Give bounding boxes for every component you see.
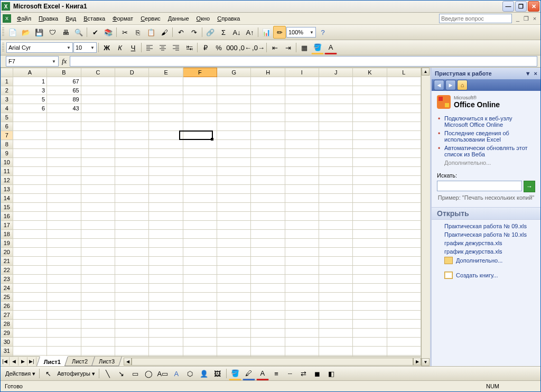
cell-A3[interactable]: 5 <box>13 95 46 104</box>
taskpane-link[interactable]: Последние сведения об использовании Exce… <box>437 129 535 144</box>
menu-формат[interactable]: Формат <box>109 14 137 23</box>
cell-D11[interactable] <box>115 167 149 176</box>
cell-K4[interactable] <box>353 104 387 113</box>
task-pane-menu-icon[interactable]: ▼ <box>525 70 531 77</box>
cell-I16[interactable] <box>285 212 319 221</box>
cell-B30[interactable] <box>47 338 81 347</box>
worksheet-grid[interactable]: ABCDEFGHIJKL1167236535894643567891011121… <box>1 68 421 356</box>
diagram-icon[interactable]: ⬡ <box>184 367 197 380</box>
task-pane-back-icon[interactable]: ◄ <box>434 80 444 90</box>
cell-A1[interactable]: 1 <box>13 77 46 86</box>
cell-B6[interactable] <box>47 122 81 131</box>
cell-I22[interactable] <box>285 266 319 275</box>
row-header-23[interactable]: 23 <box>1 275 13 284</box>
cell-K32[interactable] <box>353 356 387 357</box>
cell-G3[interactable] <box>217 95 251 104</box>
cell-B15[interactable] <box>47 203 81 212</box>
cell-D32[interactable] <box>115 356 149 357</box>
cell-E11[interactable] <box>149 167 183 176</box>
rectangle-icon[interactable]: ▭ <box>129 367 142 380</box>
col-header-C[interactable]: C <box>81 68 115 77</box>
cell-H22[interactable] <box>251 266 285 275</box>
cell-H29[interactable] <box>251 329 285 338</box>
task-pane-home-icon[interactable]: ⌂ <box>457 80 468 90</box>
cell-C23[interactable] <box>81 275 115 284</box>
cell-H25[interactable] <box>251 293 285 302</box>
cell-F29[interactable] <box>183 329 217 338</box>
paste-icon[interactable]: 📋 <box>145 26 157 39</box>
cell-K13[interactable] <box>353 185 387 194</box>
cell-D8[interactable] <box>115 140 149 149</box>
cell-L16[interactable] <box>387 212 421 221</box>
cell-B21[interactable] <box>47 257 81 266</box>
task-pane-close-icon[interactable]: × <box>534 70 537 77</box>
cell-D23[interactable] <box>115 275 149 284</box>
cell-J10[interactable] <box>319 158 353 167</box>
cell-E27[interactable] <box>149 311 183 320</box>
autosum-icon[interactable]: Σ <box>217 26 230 39</box>
cell-K25[interactable] <box>353 293 387 302</box>
cell-D30[interactable] <box>115 338 149 347</box>
cell-B25[interactable] <box>47 293 81 302</box>
cell-E26[interactable] <box>149 302 183 311</box>
row-header-28[interactable]: 28 <box>1 320 13 329</box>
cell-A20[interactable] <box>13 248 46 257</box>
cell-B19[interactable] <box>47 239 81 248</box>
recent-file-link[interactable]: график дежурства.xls <box>437 239 535 247</box>
create-book-link[interactable]: Создать книгу... <box>437 270 535 280</box>
cell-K1[interactable] <box>353 77 387 86</box>
cell-D15[interactable] <box>115 203 149 212</box>
cell-A27[interactable] <box>13 311 46 320</box>
cell-G5[interactable] <box>217 113 251 122</box>
col-header-F[interactable]: F <box>183 68 217 77</box>
sheet-nav-first[interactable]: |◀ <box>1 357 10 366</box>
row-header-22[interactable]: 22 <box>1 266 13 275</box>
cell-C20[interactable] <box>81 248 115 257</box>
cell-C4[interactable] <box>81 104 115 113</box>
cell-B1[interactable]: 67 <box>47 77 81 86</box>
cell-G15[interactable] <box>217 203 251 212</box>
cell-G18[interactable] <box>217 230 251 239</box>
col-header-I[interactable]: I <box>285 68 319 77</box>
cell-A9[interactable] <box>13 149 46 158</box>
cell-F3[interactable] <box>183 95 217 104</box>
cell-B4[interactable]: 43 <box>47 104 81 113</box>
cell-I11[interactable] <box>285 167 319 176</box>
cell-I1[interactable] <box>285 77 319 86</box>
cell-A23[interactable] <box>13 275 46 284</box>
cell-G10[interactable] <box>217 158 251 167</box>
col-header-K[interactable]: K <box>353 68 387 77</box>
print-icon[interactable]: 🖶 <box>59 26 72 39</box>
cell-E30[interactable] <box>149 338 183 347</box>
cell-L23[interactable] <box>387 275 421 284</box>
cell-H26[interactable] <box>251 302 285 311</box>
cell-E32[interactable] <box>149 356 183 357</box>
menu-сервис[interactable]: Сервис <box>137 14 164 23</box>
menu-окно[interactable]: Окно <box>193 14 214 23</box>
cell-D17[interactable] <box>115 221 149 230</box>
dash-style-icon[interactable]: ┄ <box>284 367 296 380</box>
cell-I20[interactable] <box>285 248 319 257</box>
sheet-nav-next[interactable]: ▶ <box>18 357 27 366</box>
actions-menu[interactable]: Действия ▾ <box>4 370 37 377</box>
cell-K15[interactable] <box>353 203 387 212</box>
cell-K18[interactable] <box>353 230 387 239</box>
cell-G4[interactable] <box>217 104 251 113</box>
cell-C18[interactable] <box>81 230 115 239</box>
cell-K9[interactable] <box>353 149 387 158</box>
row-header-7[interactable]: 7 <box>1 131 13 140</box>
cell-D18[interactable] <box>115 230 149 239</box>
row-header-3[interactable]: 3 <box>1 95 13 104</box>
cell-L21[interactable] <box>387 257 421 266</box>
cell-K29[interactable] <box>353 329 387 338</box>
cell-F9[interactable] <box>183 149 217 158</box>
vertical-scrollbar[interactable]: ▲▼ <box>421 68 430 366</box>
textbox-icon[interactable]: A▭ <box>156 367 169 380</box>
cell-H8[interactable] <box>251 140 285 149</box>
cell-L2[interactable] <box>387 86 421 95</box>
cell-G23[interactable] <box>217 275 251 284</box>
sheet-tab-Лист1[interactable]: Лист1 <box>36 356 69 367</box>
cell-B18[interactable] <box>47 230 81 239</box>
cell-L32[interactable] <box>387 356 421 357</box>
cell-A5[interactable] <box>13 113 46 122</box>
